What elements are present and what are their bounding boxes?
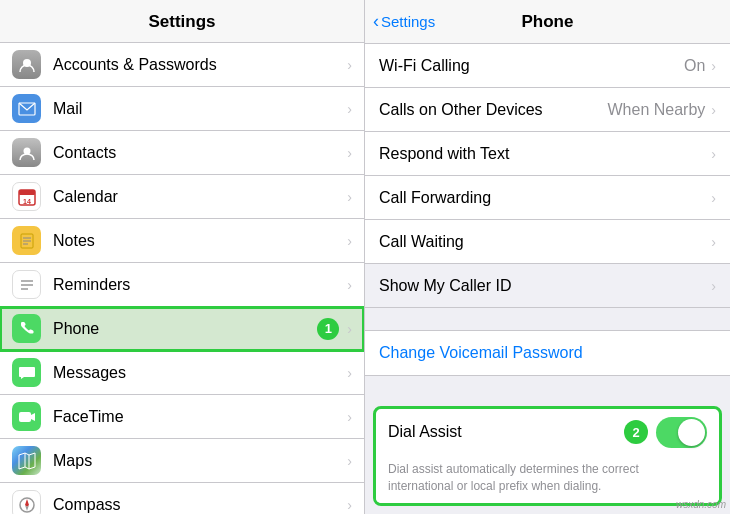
sidebar-item-reminders[interactable]: Reminders› (0, 263, 364, 307)
maps-icon (12, 446, 41, 475)
section-divider-2 (365, 376, 730, 398)
maps-label: Maps (53, 452, 347, 470)
call-waiting-chevron-icon: › (711, 234, 716, 250)
sidebar-item-phone[interactable]: Phone1› (0, 307, 364, 351)
contacts-icon (12, 138, 41, 167)
right-list: Wi-Fi CallingOn›Calls on Other DevicesWh… (365, 44, 730, 308)
wifi-calling-value: On (684, 57, 705, 75)
svg-marker-14 (31, 413, 35, 421)
messages-label: Messages (53, 364, 347, 382)
sidebar-item-messages[interactable]: Messages› (0, 351, 364, 395)
facetime-icon (12, 402, 41, 431)
back-label: Settings (381, 13, 435, 30)
dial-assist-row: Dial Assist 2 (376, 409, 719, 455)
show-caller-chevron-icon: › (711, 278, 716, 294)
call-waiting-label: Call Waiting (379, 233, 711, 251)
phone-item-wifi-calling[interactable]: Wi-Fi CallingOn› (365, 44, 730, 88)
mail-chevron-icon: › (347, 101, 352, 117)
contacts-chevron-icon: › (347, 145, 352, 161)
dial-assist-description: Dial assist automatically determines the… (376, 455, 719, 503)
calls-other-chevron-icon: › (711, 102, 716, 118)
phone-item-respond-text[interactable]: Respond with Text› (365, 132, 730, 176)
respond-text-label: Respond with Text (379, 145, 711, 163)
left-panel: Settings Accounts & Passwords›Mail›Conta… (0, 0, 365, 514)
call-forwarding-chevron-icon: › (711, 190, 716, 206)
calendar-icon: 14 (12, 182, 41, 211)
calendar-label: Calendar (53, 188, 347, 206)
notes-label: Notes (53, 232, 347, 250)
messages-icon (12, 358, 41, 387)
mail-icon (12, 94, 41, 123)
accounts-chevron-icon: › (347, 57, 352, 73)
sidebar-item-compass[interactable]: Compass› (0, 483, 364, 514)
notes-chevron-icon: › (347, 233, 352, 249)
facetime-label: FaceTime (53, 408, 347, 426)
svg-text:14: 14 (23, 198, 31, 205)
wifi-calling-chevron-icon: › (711, 58, 716, 74)
phone-icon (12, 314, 41, 343)
compass-icon (12, 490, 41, 514)
sidebar-item-maps[interactable]: Maps› (0, 439, 364, 483)
phone-chevron-icon: › (347, 321, 352, 337)
contacts-label: Contacts (53, 144, 347, 162)
sidebar-item-notes[interactable]: Notes› (0, 219, 364, 263)
notes-icon (12, 226, 41, 255)
phone-label: Phone (53, 320, 317, 338)
phone-item-call-forwarding[interactable]: Call Forwarding› (365, 176, 730, 220)
calls-other-value: When Nearby (608, 101, 706, 119)
call-forwarding-label: Call Forwarding (379, 189, 711, 207)
reminders-chevron-icon: › (347, 277, 352, 293)
reminders-icon (12, 270, 41, 299)
sidebar-item-contacts[interactable]: Contacts› (0, 131, 364, 175)
mail-label: Mail (53, 100, 347, 118)
wifi-calling-label: Wi-Fi Calling (379, 57, 684, 75)
sidebar-item-accounts[interactable]: Accounts & Passwords› (0, 43, 364, 87)
back-chevron-icon: ‹ (373, 11, 379, 32)
voicemail-label: Change Voicemail Password (379, 344, 583, 362)
section-divider (365, 308, 730, 330)
accounts-icon (12, 50, 41, 79)
respond-text-chevron-icon: › (711, 146, 716, 162)
phone-item-call-waiting[interactable]: Call Waiting› (365, 220, 730, 264)
settings-title: Settings (148, 12, 215, 31)
dial-assist-toggle[interactable] (656, 417, 707, 448)
back-button[interactable]: ‹ Settings (373, 11, 435, 32)
svg-marker-15 (19, 453, 35, 469)
messages-chevron-icon: › (347, 365, 352, 381)
right-panel: ‹ Settings Phone Wi-Fi CallingOn›Calls o… (365, 0, 730, 514)
compass-chevron-icon: › (347, 497, 352, 513)
settings-list: Accounts & Passwords›Mail›Contacts›14Cal… (0, 43, 364, 514)
reminders-label: Reminders (53, 276, 347, 294)
accounts-label: Accounts & Passwords (53, 56, 347, 74)
phone-item-calls-other[interactable]: Calls on Other DevicesWhen Nearby› (365, 88, 730, 132)
sidebar-item-mail[interactable]: Mail› (0, 87, 364, 131)
calendar-chevron-icon: › (347, 189, 352, 205)
watermark: wsxdn.com (676, 499, 726, 510)
voicemail-section: Change Voicemail Password (365, 330, 730, 376)
phone-title: Phone (522, 12, 574, 32)
sidebar-item-facetime[interactable]: FaceTime› (0, 395, 364, 439)
change-voicemail-button[interactable]: Change Voicemail Password (365, 331, 730, 375)
phone-item-show-caller[interactable]: Show My Caller ID› (365, 264, 730, 308)
dial-assist-section: Dial Assist 2 Dial assist automatically … (373, 406, 722, 506)
right-header: ‹ Settings Phone (365, 0, 730, 44)
sidebar-item-calendar[interactable]: 14Calendar› (0, 175, 364, 219)
phone-badge: 1 (317, 318, 339, 340)
facetime-chevron-icon: › (347, 409, 352, 425)
toggle-knob (678, 419, 705, 446)
left-header: Settings (0, 0, 364, 43)
dial-assist-badge: 2 (624, 420, 648, 444)
dial-assist-label: Dial Assist (388, 423, 624, 441)
svg-rect-13 (19, 412, 31, 422)
svg-rect-4 (19, 190, 35, 195)
calls-other-label: Calls on Other Devices (379, 101, 608, 119)
show-caller-label: Show My Caller ID (379, 277, 711, 295)
compass-label: Compass (53, 496, 347, 514)
maps-chevron-icon: › (347, 453, 352, 469)
